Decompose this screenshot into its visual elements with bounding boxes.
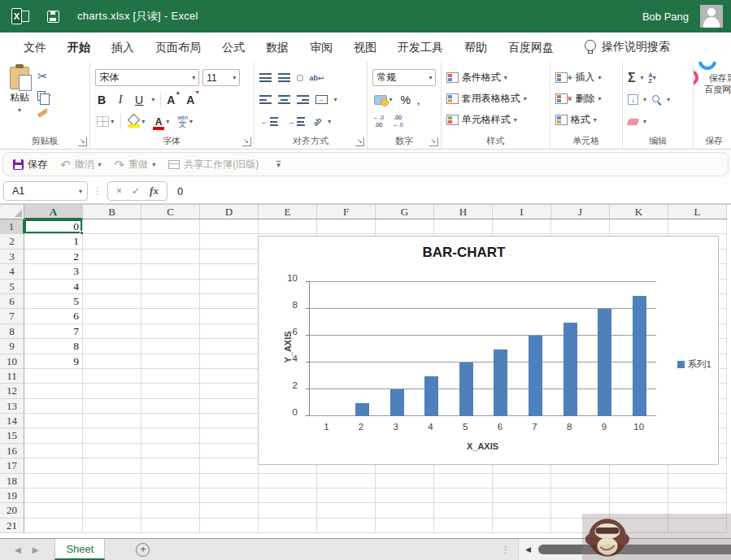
grid-cell-A17[interactable] xyxy=(24,458,83,473)
phonetic-button[interactable]: wén文▾ xyxy=(176,114,194,129)
row-header-16[interactable]: 16 xyxy=(0,444,24,458)
grid-cell-B6[interactable] xyxy=(83,294,141,309)
grid-cell-C1[interactable] xyxy=(141,219,200,234)
font-size-combo[interactable]: 11▾ xyxy=(202,69,240,86)
grid-cell-D14[interactable] xyxy=(200,414,259,428)
row-header-13[interactable]: 13 xyxy=(0,399,24,414)
grid-cell-J1[interactable] xyxy=(551,219,610,234)
grid-cell-C6[interactable] xyxy=(141,294,200,309)
row-header-17[interactable]: 17 xyxy=(0,458,24,473)
grid-cell-A9[interactable]: 8 xyxy=(24,339,83,354)
grid-cell-C21[interactable] xyxy=(141,519,200,533)
chart-bar[interactable] xyxy=(355,403,369,417)
tab-file[interactable]: 文件 xyxy=(13,33,57,62)
grid-cell-G1[interactable] xyxy=(376,219,434,234)
row-header-6[interactable]: 6 xyxy=(0,294,24,309)
find-select-icon[interactable] xyxy=(651,94,662,105)
grid-cell-B21[interactable] xyxy=(83,519,141,533)
grid-cell-B19[interactable] xyxy=(83,488,141,503)
row-header-8[interactable]: 8 xyxy=(0,324,24,339)
column-header-G[interactable]: G xyxy=(376,205,434,219)
align-right-icon[interactable] xyxy=(297,95,309,104)
row-header-5[interactable]: 5 xyxy=(0,280,24,294)
comma-style-button[interactable]: , xyxy=(417,93,420,106)
row-header-7[interactable]: 7 xyxy=(0,309,24,323)
column-header-L[interactable]: L xyxy=(668,205,727,219)
font-color-button[interactable]: A▾ xyxy=(151,115,171,128)
grid-cell-D8[interactable] xyxy=(200,324,259,339)
grid-cell-A18[interactable] xyxy=(24,474,83,488)
grid-cell-B5[interactable] xyxy=(83,280,141,294)
tab-data[interactable]: 数据 xyxy=(255,33,299,62)
clear-icon[interactable] xyxy=(627,119,640,125)
grid-cell-A13[interactable] xyxy=(24,399,83,414)
grid-cell-F21[interactable] xyxy=(317,519,376,533)
grid-cell-A16[interactable] xyxy=(24,444,83,458)
grid-cell-C13[interactable] xyxy=(141,399,200,414)
increase-font-button[interactable]: A▲ xyxy=(167,93,181,106)
chart-bar[interactable] xyxy=(459,362,473,416)
grid-cell-B13[interactable] xyxy=(83,399,141,414)
grid-cell-C14[interactable] xyxy=(141,414,200,428)
chart-title[interactable]: BAR-CHART xyxy=(259,245,669,261)
tab-page-layout[interactable]: 页面布局 xyxy=(145,33,211,62)
column-header-H[interactable]: H xyxy=(434,205,493,219)
underline-button[interactable]: U xyxy=(133,93,146,106)
grid-cell-G19[interactable] xyxy=(376,488,434,503)
column-header-C[interactable]: C xyxy=(141,205,200,219)
add-sheet-button[interactable]: + xyxy=(136,543,150,557)
tab-help[interactable]: 帮助 xyxy=(454,33,498,62)
grid-cell-F1[interactable] xyxy=(317,219,376,234)
format-cells-button[interactable]: 格式▾ xyxy=(555,109,619,130)
insert-cells-button[interactable]: + 插入▾ xyxy=(555,67,619,88)
increase-indent-button[interactable]: → xyxy=(286,116,307,127)
sheet-nav-right-icon[interactable]: ▶ xyxy=(33,545,39,554)
save-to-baidu-button[interactable]: 保存到 百度网盘 xyxy=(698,67,728,96)
cut-icon[interactable]: ✂ xyxy=(36,68,52,85)
tab-formulas[interactable]: 公式 xyxy=(211,33,255,62)
grid-cell-L19[interactable] xyxy=(668,488,727,503)
grid-cell-A20[interactable] xyxy=(24,503,83,518)
grid-cell-C18[interactable] xyxy=(141,474,200,488)
grid-cell-L18[interactable] xyxy=(668,474,727,488)
column-header-F[interactable]: F xyxy=(317,205,376,219)
grid-cell-C20[interactable] xyxy=(141,503,200,518)
grid-cell-D3[interactable] xyxy=(200,250,259,264)
align-center-icon[interactable] xyxy=(278,95,290,104)
grid-cell-C19[interactable] xyxy=(141,488,200,503)
y-axis-title[interactable]: Y_AXIS xyxy=(283,331,293,362)
column-header-A[interactable]: A xyxy=(24,205,83,219)
tab-view[interactable]: 视图 xyxy=(343,33,387,62)
grid-cell-D6[interactable] xyxy=(200,294,259,309)
align-left-icon[interactable] xyxy=(259,95,272,104)
row-header-20[interactable]: 20 xyxy=(0,503,24,518)
chart-bar[interactable] xyxy=(563,323,577,417)
titlebar-save-icon[interactable] xyxy=(47,11,59,23)
row-header-2[interactable]: 2 xyxy=(0,234,24,249)
grid-cell-I1[interactable] xyxy=(493,219,551,234)
user-name[interactable]: Bob Pang xyxy=(642,11,689,23)
grid-cell-D15[interactable] xyxy=(200,428,259,443)
tab-developer[interactable]: 开发工具 xyxy=(387,33,454,62)
grid-cell-H1[interactable] xyxy=(434,219,493,234)
grid-cell-D21[interactable] xyxy=(200,519,259,533)
grid-cell-A1[interactable]: 0 xyxy=(24,219,83,234)
grid-cell-B16[interactable] xyxy=(83,444,141,458)
qat-redo-button[interactable]: ↷重做▾ xyxy=(115,158,156,171)
grid-cell-D2[interactable] xyxy=(200,234,259,249)
splitter-dots-icon[interactable]: ⋮ xyxy=(501,545,510,555)
qat-undo-button[interactable]: ↶撤消▾ xyxy=(60,158,102,171)
grid-cell-D17[interactable] xyxy=(200,458,259,473)
grid-cell-J19[interactable] xyxy=(551,488,610,503)
grid-cell-E1[interactable] xyxy=(259,219,317,234)
grid-cell-L1[interactable] xyxy=(668,219,727,234)
grid-cell-D9[interactable] xyxy=(200,339,259,354)
qat-save-button[interactable]: 保存 xyxy=(13,158,47,171)
autosum-icon[interactable]: Σ xyxy=(628,71,636,85)
grid-cell-K1[interactable] xyxy=(610,219,668,234)
row-header-21[interactable]: 21 xyxy=(0,519,24,533)
increase-decimal-button[interactable]: ←.0.00 xyxy=(372,115,384,128)
grid-cell-E20[interactable] xyxy=(259,503,317,518)
select-all-corner[interactable] xyxy=(0,205,24,219)
grid-cell-D16[interactable] xyxy=(200,444,259,458)
